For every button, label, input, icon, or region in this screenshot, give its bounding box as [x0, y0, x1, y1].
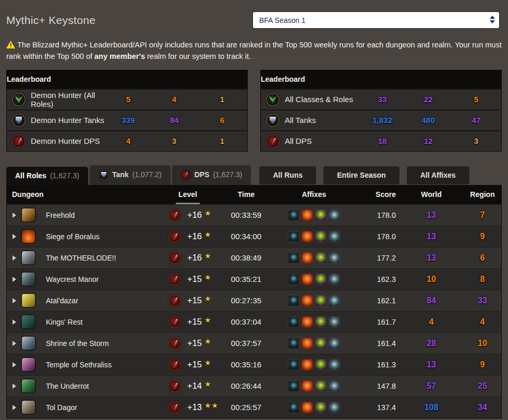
run-row[interactable]: Shrine of the Storm +15 ★ 00:37:57 161.4…: [7, 332, 501, 354]
expand-caret-icon[interactable]: [13, 234, 16, 239]
keystone-level: +15: [187, 317, 202, 327]
leaderboard-row-label[interactable]: All DPS: [285, 137, 312, 145]
upgrade-stars: ★: [204, 273, 212, 281]
upgrade-stars: ★: [204, 359, 212, 367]
realm-rank: 1: [220, 137, 224, 145]
leaderboard-row[interactable]: All DPS 18 12 3: [261, 130, 501, 151]
leaderboard-row[interactable]: All Classes & Roles 33 22 5: [261, 89, 501, 109]
season-select[interactable]: BFA Season 1: [252, 11, 500, 29]
run-row[interactable]: Kings' Rest +15 ★ 00:37:04 161.7 4 4: [7, 311, 501, 332]
upgrade-stars: ★: [204, 316, 212, 324]
tab-all-roles[interactable]: All Roles (1,627.3): [6, 167, 88, 185]
run-score: 161.4: [353, 339, 399, 348]
dungeon-icon: [21, 208, 35, 222]
run-score: 162.3: [353, 275, 399, 283]
leaderboard-header-row: Leaderboard: [261, 70, 501, 89]
page-header: Mythic+ Keystone BFA Season 1: [0, 0, 508, 29]
column-header-score[interactable]: Score: [353, 185, 399, 204]
global-leaderboard-panel: Leaderboard All Classes & Roles 33 22 5 …: [260, 70, 502, 152]
filter-all-affixes[interactable]: All Affixes: [406, 166, 470, 185]
leaderboard-row[interactable]: Demon Hunter Tanks 339 84 6: [7, 109, 247, 130]
dungeon-name[interactable]: The Underrot: [41, 382, 158, 390]
world-rank: 339: [122, 116, 135, 125]
infested-affix-icon: [315, 402, 326, 413]
upgrade-stars: ★: [204, 380, 212, 388]
run-row[interactable]: Tol Dagor +13 ★★ 00:25:57 137.4 108 34: [7, 397, 501, 418]
world-rank: 33: [378, 95, 387, 104]
column-header-level[interactable]: Level: [158, 185, 217, 204]
run-row[interactable]: Siege of Boralus +16 ★ 00:34:00 178.0 13…: [7, 226, 501, 247]
bolstering-affix-icon: [301, 231, 313, 242]
affix-list: [275, 359, 353, 370]
tab-tank[interactable]: Tank (1,077.2): [90, 165, 171, 185]
region-rank: 22: [424, 95, 433, 104]
tab-dps[interactable]: DPS (1,627.3): [172, 165, 251, 185]
dungeon-name[interactable]: Temple of Sethraliss: [41, 361, 158, 369]
region-rank: 12: [424, 137, 433, 145]
fortified-affix-icon: [288, 209, 299, 221]
affix-list: [275, 316, 353, 328]
dungeon-name[interactable]: The MOTHERLODE!!: [41, 254, 158, 262]
run-row[interactable]: Waycrest Manor +15 ★ 00:35:21 162.3 10 8: [7, 268, 501, 290]
upgrade-stars: ★: [204, 209, 212, 217]
run-score: 137.4: [353, 403, 399, 412]
run-row[interactable]: The MOTHERLODE!! +16 ★ 00:38:49 177.2 13…: [7, 247, 501, 268]
column-header-affixes[interactable]: Affixes: [275, 185, 353, 204]
leaderboard-row[interactable]: Demon Hunter DPS 4 3 1: [7, 130, 247, 151]
run-score: 161.7: [353, 318, 399, 326]
expand-caret-icon[interactable]: [13, 405, 16, 410]
expand-caret-icon[interactable]: [13, 213, 16, 218]
bolstering-affix-icon: [301, 209, 313, 221]
expand-caret-icon[interactable]: [13, 277, 16, 282]
leaderboard-row-label[interactable]: Demon Hunter Tanks: [31, 116, 104, 125]
run-row[interactable]: Atal'dazar +15 ★ 00:27:35 162.1 84 33: [7, 290, 501, 311]
run-row[interactable]: Freehold +16 ★ 00:33:59 178.0 13 7: [7, 204, 501, 226]
dungeon-name[interactable]: Tol Dagor: [41, 403, 158, 412]
bolstering-affix-icon: [301, 380, 313, 392]
filter-entire-season[interactable]: Entire Season: [323, 166, 400, 185]
expand-caret-icon[interactable]: [13, 255, 16, 261]
dungeon-name[interactable]: Shrine of the Storm: [41, 339, 158, 348]
dps-role-icon: [168, 230, 181, 243]
dungeon-icon: [21, 357, 35, 372]
grievous-affix-icon: [329, 274, 340, 285]
dungeon-name[interactable]: Freehold: [41, 211, 158, 219]
column-header-world[interactable]: World: [399, 185, 464, 204]
leaderboard-row-label[interactable]: Demon Hunter (All Roles): [31, 91, 105, 108]
leaderboard-row[interactable]: All Tanks 1,832 480 47: [261, 109, 501, 130]
column-header-time[interactable]: Time: [217, 185, 275, 204]
world-rank: 4: [126, 137, 130, 145]
expand-caret-icon[interactable]: [13, 341, 16, 346]
column-header-dungeon[interactable]: Dungeon: [7, 185, 158, 204]
run-row[interactable]: Temple of Sethraliss +15 ★ 00:35:16 161.…: [7, 354, 501, 375]
filter-all-runs[interactable]: All Runs: [259, 166, 317, 185]
leaderboard-row-label[interactable]: All Tanks: [285, 116, 316, 125]
expand-caret-icon[interactable]: [13, 384, 16, 389]
tab-label: DPS: [195, 170, 210, 179]
world-rank: 13: [427, 253, 436, 262]
grievous-affix-icon: [329, 209, 340, 221]
expand-caret-icon[interactable]: [13, 362, 16, 367]
leaderboard-row-label[interactable]: All Classes & Roles: [285, 95, 353, 104]
dungeon-name[interactable]: Kings' Rest: [41, 318, 158, 326]
affix-list: [275, 252, 353, 264]
expand-caret-icon[interactable]: [13, 298, 16, 303]
tank-role-icon: [12, 114, 26, 127]
run-time: 00:35:21: [217, 275, 275, 283]
region-rank: 25: [478, 381, 487, 390]
column-header-region[interactable]: Region: [464, 185, 501, 204]
region-rank: 34: [478, 403, 487, 412]
dungeon-name[interactable]: Siege of Boralus: [41, 232, 158, 241]
tank-role-icon: [99, 170, 108, 180]
dungeon-icon: [21, 379, 35, 393]
world-rank: 1,832: [372, 116, 392, 125]
leaderboard-row-label[interactable]: Demon Hunter DPS: [31, 137, 100, 145]
expand-caret-icon[interactable]: [13, 319, 16, 325]
dungeon-name[interactable]: Waycrest Manor: [41, 275, 158, 283]
region-rank: 4: [480, 317, 485, 326]
run-row[interactable]: The Underrot +14 ★ 00:26:44 147.8 57 25: [7, 375, 501, 397]
leaderboard-row[interactable]: Demon Hunter (All Roles) 5 4 1: [7, 89, 247, 109]
infested-affix-icon: [315, 380, 326, 392]
world-rank: 13: [427, 360, 436, 369]
dungeon-name[interactable]: Atal'dazar: [41, 297, 158, 305]
